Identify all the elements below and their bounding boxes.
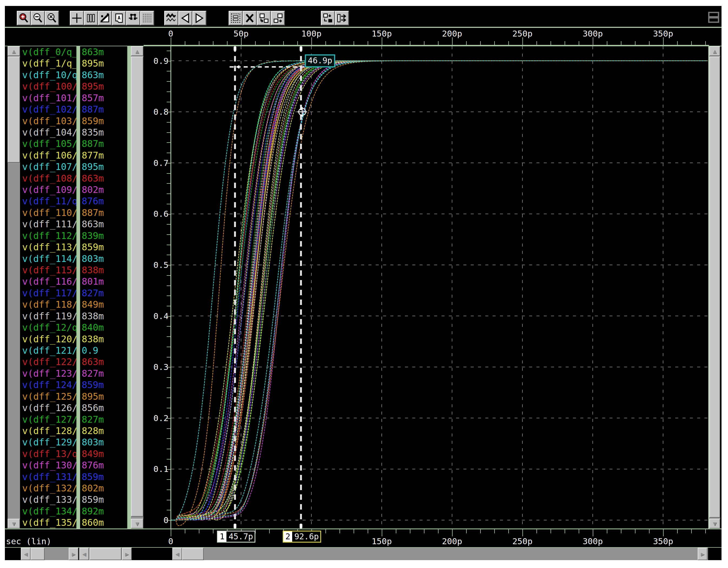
scroll-thumb[interactable] [90, 548, 121, 560]
signal-name[interactable]: v(dff_119/ [22, 310, 76, 322]
scroll-thumb[interactable] [182, 548, 204, 560]
slope-scale-button[interactable] [98, 11, 112, 25]
signal-name[interactable]: v(dff_108/ [22, 173, 76, 184]
signal-name[interactable]: v(dff_124/ [22, 379, 76, 390]
signal-name[interactable]: v(dff_107/ [22, 161, 76, 172]
signal-name[interactable]: v(dff_115/ [22, 264, 76, 276]
plot-vscroll[interactable]: ▲▼ [709, 46, 720, 528]
signal-name[interactable]: v(dff_129/ [22, 436, 76, 448]
name-value-divider[interactable] [76, 46, 80, 528]
scroll-thumb[interactable] [8, 57, 20, 163]
signal-name[interactable]: v(dff_126/ [22, 402, 76, 413]
scroll-right-button[interactable]: ▶ [69, 548, 78, 560]
scroll-left-button[interactable]: ◀ [21, 548, 31, 560]
prev-pane-button[interactable] [178, 11, 192, 25]
waveform-canvas[interactable] [171, 46, 708, 528]
signal-name[interactable]: v(dff_11/q [22, 195, 76, 207]
signal-name[interactable]: v(dff_118/ [22, 299, 76, 310]
scroll-thumb[interactable] [31, 548, 45, 560]
scroll-right-button[interactable]: ▶ [698, 548, 707, 560]
signal-name[interactable]: v(dff_104/ [22, 127, 76, 138]
signal-name[interactable]: v(dff_106/ [22, 150, 76, 161]
crosshair-button[interactable] [70, 11, 84, 25]
signal-name[interactable]: v(dff_113/ [22, 241, 76, 253]
signal-name[interactable]: v(dff_120/ [22, 333, 76, 345]
signal-name[interactable]: v(dff_114/ [22, 253, 76, 264]
signal-name[interactable]: v(dff_1/q_ [22, 58, 76, 69]
signal-name[interactable]: v(dff_112/ [22, 230, 76, 241]
signal-name[interactable]: v(dff_125/ [22, 391, 76, 402]
pulse-measure-button[interactable] [126, 11, 140, 25]
label-a-button[interactable]: A [112, 11, 126, 25]
scroll-up-button[interactable]: ▲ [131, 46, 143, 56]
signal-name[interactable]: v(dff_123/ [22, 368, 76, 379]
waveform-button[interactable] [164, 11, 178, 25]
scroll-up-button[interactable]: ▲ [709, 46, 720, 56]
signal-name[interactable]: v(dff_127/ [22, 414, 76, 425]
zoom-off-icon [46, 12, 58, 24]
signal-value-hscroll[interactable]: ◀▶ [79, 548, 132, 560]
top-axis-major-ticks [171, 37, 709, 45]
copy-up-button[interactable] [271, 11, 285, 25]
signal-name[interactable]: v(dff_122/ [22, 356, 76, 367]
scroll-left-button[interactable]: ◀ [172, 548, 182, 560]
signal-name[interactable]: v(dff_110/ [22, 207, 76, 218]
grid-dots-button[interactable] [140, 11, 154, 25]
signal-list-vscroll[interactable]: ▲▼ [8, 46, 20, 528]
signal-name[interactable]: v(dff_13/q [22, 448, 76, 459]
zoom-in-button[interactable] [17, 11, 31, 25]
copy-down-button[interactable] [257, 11, 271, 25]
cursor1-readout[interactable]: 1 45.7p [217, 531, 255, 543]
signal-name[interactable]: v(dff_134/ [22, 505, 76, 517]
signal-name[interactable]: v(dff_117/ [22, 287, 76, 299]
delete-x-button[interactable] [243, 11, 257, 25]
signal-name[interactable]: v(dff_130/ [22, 459, 76, 471]
signal-name[interactable]: v(dff_12/q [22, 322, 76, 333]
signal-name[interactable]: v(dff_109/ [22, 184, 76, 195]
delta-measurement-box[interactable]: 46.9p [305, 54, 335, 67]
signal-value: 859m [80, 115, 127, 127]
swap-panels-button[interactable] [321, 11, 335, 25]
signal-name[interactable]: v(dff_102/ [22, 104, 76, 115]
scroll-down-button[interactable]: ▼ [131, 519, 143, 528]
scroll-thumb[interactable] [709, 57, 720, 518]
signal-name[interactable]: v(dff_116/ [22, 276, 76, 287]
signal-value-list: 863m895m863m895m857m887m859m835m887m877m… [80, 46, 127, 528]
signal-value-vscroll[interactable]: ▲▼ [131, 46, 143, 528]
scroll-thumb[interactable] [131, 57, 143, 517]
zoom-out-button[interactable] [31, 11, 45, 25]
signal-name[interactable]: v(dff_121/ [22, 345, 76, 356]
delta-measurement-label: 46.9p [308, 56, 332, 65]
columns-button[interactable] [84, 11, 98, 25]
scroll-up-button[interactable]: ▲ [8, 46, 20, 56]
signal-name[interactable]: v(dff_135/ [22, 517, 76, 528]
next-pane-button[interactable] [192, 11, 206, 25]
scroll-right-button[interactable]: ▶ [122, 548, 132, 560]
signal-name[interactable]: v(dff_101/ [22, 92, 76, 104]
signal-value: 895m [80, 81, 127, 92]
signal-name[interactable]: v(dff_0/q_ [22, 46, 76, 58]
signal-name[interactable]: v(dff_133/ [22, 494, 76, 505]
signal-name[interactable]: v(dff_131/ [22, 471, 76, 482]
plot-hscroll[interactable]: ◀▶ [172, 548, 707, 560]
signal-name[interactable]: v(dff_105/ [22, 138, 76, 149]
signal-name[interactable]: v(dff_103/ [22, 115, 76, 127]
cursor2-readout[interactable]: 2 92.6p [283, 531, 321, 543]
scroll-down-button[interactable]: ▼ [709, 519, 720, 528]
signal-name[interactable]: v(dff_128/ [22, 425, 76, 436]
signal-list-hscroll[interactable]: ◀▶ [21, 548, 78, 560]
scroll-down-button[interactable]: ▼ [8, 519, 20, 528]
y-axis-tick-label: 0.8 [144, 106, 169, 117]
signal-name[interactable]: v(dff_100/ [22, 81, 76, 92]
expand-right-button[interactable] [335, 11, 349, 25]
bottom-row-corner-right [708, 548, 722, 560]
zoom-off-button[interactable] [45, 11, 59, 25]
value-scroll-divider [127, 46, 131, 528]
signal-name[interactable]: v(dff_10/q [22, 69, 76, 81]
signal-name[interactable]: v(dff_111/ [22, 218, 76, 230]
window-stack-icon[interactable] [707, 10, 721, 24]
y-axis-minor-ticks [167, 46, 170, 528]
signal-name[interactable]: v(dff_132/ [22, 482, 76, 494]
select-box-button[interactable] [229, 11, 243, 25]
scroll-left-button[interactable]: ◀ [79, 548, 89, 560]
